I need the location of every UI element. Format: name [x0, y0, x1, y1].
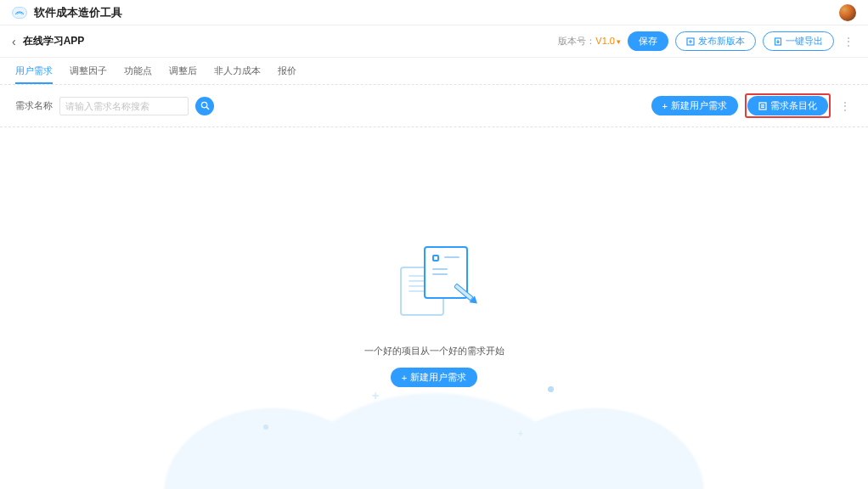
empty-message: 一个好的项目从一个好的需求开始 — [364, 345, 504, 357]
export-icon — [774, 37, 782, 46]
tab-non-labor-cost[interactable]: 非人力成本 — [214, 65, 261, 84]
filter-row: 需求名称 + 新建用户需求 需求条目化 ⋮ — [0, 85, 868, 127]
deco-dot — [548, 386, 554, 392]
tab-function-points[interactable]: 功能点 — [124, 65, 152, 84]
save-button[interactable]: 保存 — [628, 31, 668, 51]
svg-line-3 — [206, 107, 209, 110]
export-button[interactable]: 一键导出 — [763, 31, 834, 51]
tab-adjust-factor[interactable]: 调整因子 — [70, 65, 107, 84]
more-icon[interactable]: ⋮ — [841, 35, 856, 48]
chevron-down-icon[interactable]: ▾ — [617, 37, 621, 46]
search-button[interactable] — [195, 97, 214, 115]
plus-icon: + — [662, 101, 668, 111]
avatar[interactable] — [839, 4, 856, 21]
deco-plus: + — [518, 429, 523, 438]
page-title: 在线学习APP — [23, 34, 85, 48]
logo-icon — [12, 7, 27, 19]
itemize-button[interactable]: 需求条目化 — [747, 96, 828, 115]
tab-adjusted[interactable]: 调整后 — [169, 65, 197, 84]
svg-point-2 — [201, 102, 206, 107]
highlight-box: 需求条目化 — [745, 93, 831, 118]
publish-button[interactable]: 发布新版本 — [675, 31, 756, 51]
tab-user-requirements[interactable]: 用户需求 — [15, 65, 53, 84]
new-requirement-button[interactable]: + 新建用户需求 — [651, 96, 738, 115]
search-icon — [200, 101, 210, 110]
search-input[interactable] — [59, 97, 189, 115]
empty-cta-button[interactable]: + 新建用户需求 — [391, 368, 477, 387]
deco-plus: + — [372, 389, 379, 402]
plus-icon: + — [402, 373, 407, 383]
filter-more-icon[interactable]: ⋮ — [837, 99, 853, 113]
empty-state: + + 一个好的项目从一个好的需求开始 + 新建用户需求 — [0, 127, 868, 489]
req-name-label: 需求名称 — [15, 99, 53, 112]
top-header: 软件成本造价工具 — [0, 0, 868, 25]
empty-illustration — [392, 246, 476, 319]
version-label: 版本号： — [558, 36, 595, 46]
deco-dot — [263, 424, 268, 430]
back-icon[interactable]: ‹ — [12, 35, 16, 48]
tab-quote[interactable]: 报价 — [278, 65, 296, 84]
tabs: 用户需求 调整因子 功能点 调整后 非人力成本 报价 — [0, 58, 868, 85]
list-icon — [758, 102, 767, 110]
version-value[interactable]: V1.0 — [595, 36, 615, 46]
sub-header: ‹ 在线学习APP 版本号：V1.0▾ 保存 发布新版本 一键导出 ⋮ — [0, 25, 868, 58]
publish-icon — [686, 37, 695, 46]
app-title: 软件成本造价工具 — [34, 5, 122, 20]
